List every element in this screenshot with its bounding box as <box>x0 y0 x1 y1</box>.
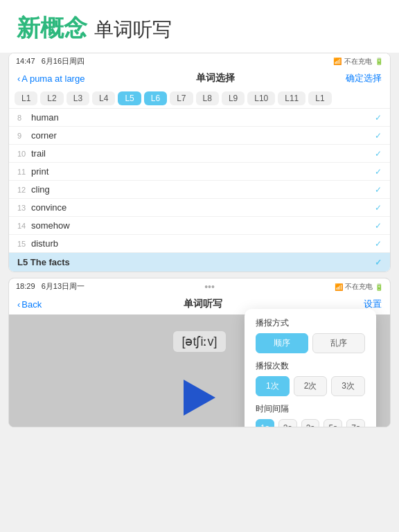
tab-L11[interactable]: L11 <box>278 91 305 105</box>
tab-L6[interactable]: L6 <box>144 91 167 105</box>
status-right-1: 📶 不在充电 🔋 <box>333 56 383 66</box>
count-2-button[interactable]: 2次 <box>294 376 328 396</box>
word-row-15[interactable]: 15 disturb ✓ <box>9 235 390 253</box>
popup-section-count: 播报次数 <box>256 360 365 372</box>
word-row-13[interactable]: 13 convince ✓ <box>9 199 390 217</box>
status-time-1: 14:47 6月16日周四 <box>16 56 85 66</box>
tab-L10[interactable]: L10 <box>247 91 275 105</box>
popup-section-interval: 时间间隔 <box>256 403 365 415</box>
status-right-2: 📶 不在充电 🔋 <box>335 281 383 292</box>
tab-L2[interactable]: L2 <box>40 91 63 105</box>
interval-row: 1s 2s 3s 5s 7s <box>256 419 365 427</box>
wifi-icon-2: 📶 <box>335 283 343 291</box>
word-row-11[interactable]: 11 print ✓ <box>9 163 390 181</box>
count-3-button[interactable]: 3次 <box>331 376 365 396</box>
wifi-icon: 📶 <box>333 57 342 65</box>
word-row-8[interactable]: 8 human ✓ <box>9 109 390 127</box>
word-section-L5[interactable]: L5 The facts ✓ <box>9 253 390 272</box>
battery-icon: 🔋 <box>375 57 383 65</box>
app-header: 新概念 单词听写 <box>0 0 399 53</box>
count-row: 1次 2次 3次 <box>256 376 365 396</box>
broadcast-mode-row: 顺序 乱序 <box>256 333 365 353</box>
tab-L3[interactable]: L3 <box>66 91 89 105</box>
tab-L5[interactable]: L5 <box>118 91 141 105</box>
word-row-9[interactable]: 9 corner ✓ <box>9 127 390 145</box>
chevron-left-icon-2: ‹ <box>17 299 20 310</box>
word-row-14[interactable]: 14 somehow ✓ <box>9 217 390 235</box>
app-title-main: 新概念 <box>17 12 87 44</box>
count-1-button[interactable]: 1次 <box>256 376 290 396</box>
word-row-10[interactable]: 10 trail ✓ <box>9 145 390 163</box>
battery-icon-2: 🔋 <box>375 283 383 291</box>
play-button[interactable] <box>184 380 215 416</box>
interval-1s-button[interactable]: 1s <box>256 419 274 427</box>
phonetic-text: [ətʃiːv] <box>173 331 225 352</box>
tab-L12[interactable]: L1 <box>308 91 331 105</box>
interval-5s-button[interactable]: 5s <box>323 419 342 427</box>
mode-luanxu-button[interactable]: 乱序 <box>312 333 365 353</box>
nav-bar-1: ‹ A puma at large 单词选择 确定选择 <box>9 69 390 89</box>
screen2: 18:29 6月13日周一 ••• 📶 不在充电 🔋 ‹ Back 单词听写 设… <box>8 278 391 427</box>
tabs-bar: L1 L2 L3 L4 L5 L6 L7 L8 L9 L10 L11 L1 <box>9 89 390 109</box>
word-list: 8 human ✓ 9 corner ✓ 10 trail ✓ 11 print… <box>9 109 390 272</box>
status-bar-1: 14:47 6月16日周四 📶 不在充电 🔋 <box>9 53 390 69</box>
interval-7s-button[interactable]: 7s <box>346 419 365 427</box>
back-button-1[interactable]: ‹ A puma at large <box>17 73 85 84</box>
word-row-12[interactable]: 12 cling ✓ <box>9 181 390 199</box>
back-button-2[interactable]: ‹ Back <box>17 299 42 310</box>
word-somehow: somehow <box>31 220 375 231</box>
tab-L9[interactable]: L9 <box>222 91 245 105</box>
settings-popup: 播报方式 顺序 乱序 播报次数 1次 2次 3次 时间间隔 1s 2s 3s 5… <box>245 309 376 427</box>
status-bar-2: 18:29 6月13日周一 ••• 📶 不在充电 🔋 <box>9 278 390 295</box>
popup-section-broadcast-mode: 播报方式 <box>256 317 365 329</box>
tab-L4[interactable]: L4 <box>92 91 115 105</box>
confirm-button[interactable]: 确定选择 <box>346 72 382 85</box>
nav-title-1: 单词选择 <box>196 72 235 85</box>
screen1: 14:47 6月16日周四 📶 不在充电 🔋 ‹ A puma at large… <box>8 53 391 272</box>
app-title-sub: 单词听写 <box>94 17 172 43</box>
nav-title-2: 单词听写 <box>184 298 222 310</box>
status-time-2: 18:29 6月13日周一 <box>16 281 85 292</box>
interval-3s-button[interactable]: 3s <box>301 419 320 427</box>
mode-shunxu-button[interactable]: 顺序 <box>256 333 308 353</box>
tab-L8[interactable]: L8 <box>196 91 219 105</box>
interval-2s-button[interactable]: 2s <box>278 419 297 427</box>
dots-icon: ••• <box>204 281 215 292</box>
tab-L1[interactable]: L1 <box>15 91 37 105</box>
tab-L7[interactable]: L7 <box>170 91 193 105</box>
chevron-left-icon: ‹ <box>17 73 20 84</box>
